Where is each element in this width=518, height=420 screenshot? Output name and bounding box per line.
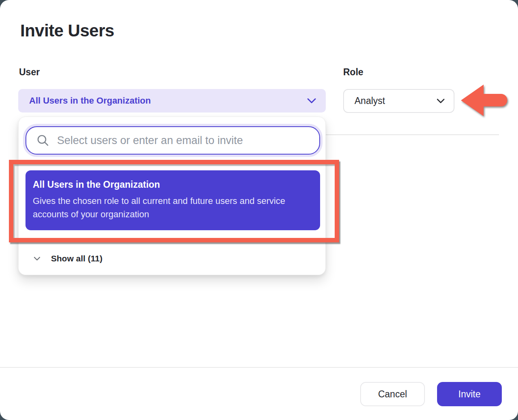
page-title: Invite Users — [20, 21, 114, 40]
user-search-input[interactable] — [56, 134, 311, 147]
footer-divider — [0, 367, 518, 368]
invite-button[interactable]: Invite — [437, 382, 502, 406]
user-dropdown-panel: All Users in the Organization Gives the … — [18, 117, 326, 275]
option-description: Gives the chosen role to all current and… — [33, 194, 306, 221]
search-icon — [37, 134, 49, 146]
option-all-users[interactable]: All Users in the Organization Gives the … — [25, 170, 320, 230]
role-select-value: Analyst — [355, 95, 385, 106]
cancel-button[interactable]: Cancel — [360, 382, 425, 406]
user-select[interactable]: All Users in the Organization — [18, 89, 326, 112]
red-arrow-annotation — [460, 82, 507, 119]
user-search-box[interactable] — [25, 126, 320, 155]
invite-users-modal: Invite Users User Role All Users in the … — [0, 0, 518, 420]
role-select[interactable]: Analyst — [343, 89, 454, 113]
chevron-down-icon — [437, 98, 445, 104]
chevron-down-icon — [307, 98, 316, 104]
show-all-label: Show all (11) — [51, 254, 102, 263]
user-select-value: All Users in the Organization — [29, 95, 151, 106]
option-title: All Users in the Organization — [33, 179, 306, 190]
role-field-label: Role — [343, 67, 363, 78]
chevron-down-icon — [34, 257, 40, 261]
user-field-label: User — [19, 67, 40, 78]
show-all-toggle[interactable]: Show all (11) — [19, 250, 326, 267]
